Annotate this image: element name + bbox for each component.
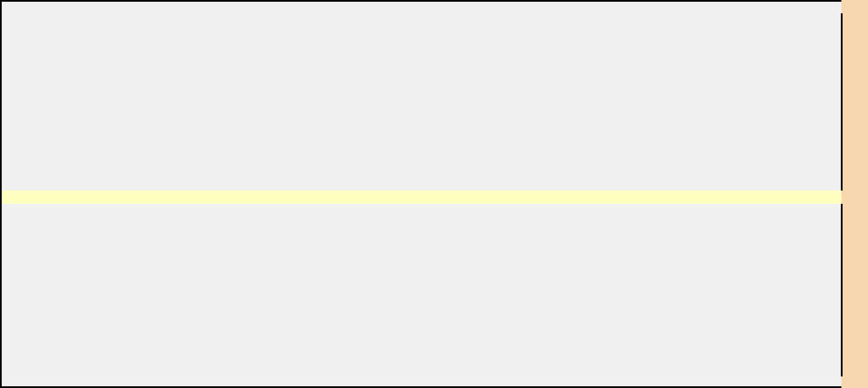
lcp-panel-label: [1, 255, 10, 324]
hour-label-first: [6, 193, 21, 202]
lcp-spectrogram: [10, 204, 841, 376]
rcp-spectrogram: [10, 13, 841, 191]
rcp-panel-label: [1, 67, 10, 136]
time-axis-band: [2, 191, 841, 204]
utc-label: [21, 193, 42, 202]
freq-axis-line-bottom: [841, 204, 843, 376]
spectrograph-window: [0, 0, 868, 388]
freq-axis-line-top: [841, 13, 843, 191]
mhz-label: [844, 193, 867, 202]
